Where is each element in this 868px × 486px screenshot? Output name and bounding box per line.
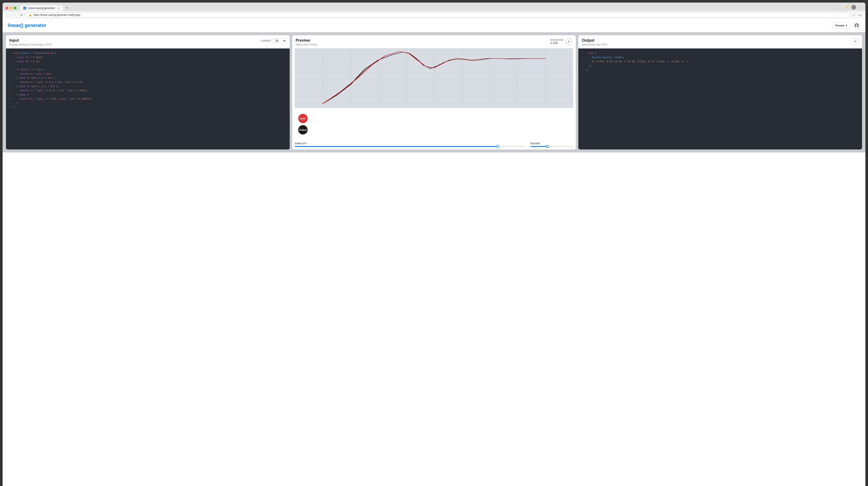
- address-bar[interactable]: 🔒 https://linear-easing-generator.netlif…: [26, 12, 850, 18]
- lock-icon: 🔒: [29, 14, 32, 17]
- round-fill: [530, 146, 548, 147]
- animation-preview: Input Output: [295, 110, 574, 138]
- presets-button[interactable]: Presets ▾: [832, 23, 850, 29]
- output-subtitle: Some shiny new CSS!: [582, 43, 607, 46]
- output-line-2: 2 --bounce-easing: linear(: [580, 55, 860, 60]
- copy-icon: ⧉: [854, 40, 856, 43]
- code-line-9: 9 } else if (pos < 2.5 / d1) {: [8, 84, 288, 89]
- round-group: ROUND: [530, 142, 573, 147]
- extensions-button[interactable]: ⚡: [844, 5, 850, 10]
- round-thumb[interactable]: [546, 145, 549, 148]
- main-layout: Input Provide easing as JavaScript or SV…: [3, 32, 865, 152]
- simplify-group: SIMPLIFY: [295, 142, 526, 147]
- title-bar: L Linear easing generator ✕ + ⚡ ⋮: [3, 3, 865, 11]
- menu-button[interactable]: ⋮: [857, 5, 863, 10]
- svg-rect-0: [295, 48, 574, 108]
- preview-header: Preview Here's how it looks: DURATION 1,…: [292, 35, 576, 48]
- copy-button[interactable]: ⧉: [852, 38, 859, 44]
- code-line-1: 1 self.bounce = function(pos) {: [8, 51, 288, 55]
- window-controls: [5, 7, 17, 9]
- output-line-4: 4 );: [580, 64, 860, 68]
- presets-label: Presets: [835, 24, 844, 27]
- output-line-5: 5 }: [580, 68, 860, 72]
- tab-close-button[interactable]: ✕: [57, 6, 60, 10]
- preview-subtitle: Here's how it looks:: [296, 43, 318, 46]
- duration-label: DURATION: [550, 39, 563, 41]
- code-line-4: 4: [8, 64, 288, 68]
- nav-actions: ☆ ▭: [851, 12, 863, 17]
- code-line-12: 12 return n1 * (pos -= 2.625 / d1) * pos…: [8, 97, 288, 101]
- profile-button[interactable]: [851, 5, 856, 10]
- simplify-track: [295, 146, 526, 147]
- round-label: ROUND: [530, 142, 573, 145]
- input-ball-label: Input: [300, 117, 306, 120]
- tab-title: Linear easing generator: [28, 7, 55, 10]
- input-panel-subtitle: Provide easing as JavaScript or SVG: [9, 43, 52, 46]
- code-line-5: 5 if (pos < 1 / d1) {: [8, 67, 288, 72]
- bookmark-button[interactable]: ☆: [851, 12, 856, 17]
- nav-bar: ← → ↻ 🔒 https://linear-easing-generator.…: [3, 11, 865, 19]
- code-line-3: 3 const d1 = 2.75;: [8, 59, 288, 64]
- close-button[interactable]: [5, 7, 8, 9]
- output-line-1: 1 :root {: [580, 51, 860, 55]
- easing-svg: [295, 48, 574, 108]
- new-tab-button[interactable]: +: [64, 5, 70, 11]
- tab-favicon: L: [23, 7, 26, 10]
- tab-bar: L Linear easing generator ✕ +: [20, 5, 842, 11]
- sliders-section: SIMPLIFY ROUND: [292, 140, 576, 149]
- code-line-7: 7 } else if (pos < 2 / d1) {: [8, 76, 288, 80]
- code-line-2: 2 const n1 = 7.5625;: [8, 55, 288, 60]
- input-panel-title: Input: [9, 38, 52, 43]
- format-label: FORMAT: [261, 39, 271, 42]
- preview-panel: Preview Here's how it looks: DURATION 1,…: [292, 35, 576, 149]
- github-button[interactable]: [853, 22, 860, 29]
- output-ball[interactable]: Output: [298, 125, 308, 134]
- github-icon: [855, 24, 859, 27]
- output-line-3: 3 0, 0.063, 0.25 18.2%, 1 36.4%, 0.813, …: [580, 59, 860, 64]
- back-button[interactable]: ←: [5, 12, 11, 17]
- site-logo: linear() generator: [8, 23, 46, 28]
- header-actions: Presets ▾: [832, 22, 860, 29]
- output-header: Output Some shiny new CSS! ⧉: [578, 35, 862, 49]
- code-line-14: 14 }: [8, 105, 288, 109]
- format-select[interactable]: JS SVG: [273, 38, 286, 43]
- url-text: https://linear-easing-generator.netlify.…: [33, 13, 81, 17]
- code-editor[interactable]: 1 self.bounce = function(pos) { 2 const …: [6, 49, 290, 149]
- simplify-fill: [295, 146, 498, 147]
- code-line-13: 13 }: [8, 101, 288, 105]
- round-track: [530, 146, 573, 147]
- simplify-label: SIMPLIFY: [295, 142, 526, 145]
- input-panel: Input Provide easing as JavaScript or SV…: [6, 35, 290, 149]
- maximize-button[interactable]: [14, 7, 17, 9]
- presets-chevron-icon: ▾: [846, 24, 847, 27]
- code-line-8: 8 return n1 * (pos -= 1.5 / d1) * pos + …: [8, 80, 288, 84]
- output-panel: Output Some shiny new CSS! ⧉ 1 :root { 2…: [578, 35, 862, 149]
- simplify-thumb[interactable]: [496, 145, 499, 148]
- play-pause-button[interactable]: ⏸: [565, 38, 572, 45]
- browser-window: L Linear easing generator ✕ + ⚡ ⋮ ← → ↻ …: [3, 3, 865, 486]
- code-line-6: 6 return n1 * pos * pos;: [8, 72, 288, 76]
- reload-button[interactable]: ↻: [19, 12, 24, 17]
- duration-section: DURATION 1,333 ⏸: [550, 38, 572, 45]
- forward-button[interactable]: →: [12, 12, 18, 17]
- easing-chart: [295, 48, 574, 108]
- input-panel-header: Input Provide easing as JavaScript or SV…: [6, 35, 290, 49]
- output-code: 1 :root { 2 --bounce-easing: linear( 3 0…: [578, 49, 862, 149]
- duration-value: 1,333: [550, 41, 563, 44]
- output-title: Output: [582, 38, 607, 43]
- minimize-button[interactable]: [10, 7, 12, 9]
- sidebar-toggle[interactable]: ▭: [858, 12, 863, 17]
- output-ball-label: Output: [299, 128, 307, 131]
- active-tab[interactable]: L Linear easing generator ✕: [20, 5, 63, 11]
- play-icon: ⏸: [568, 40, 570, 43]
- page-content: linear() generator Presets ▾ Inp: [3, 19, 865, 486]
- code-line-11: 11 } else {: [8, 93, 288, 97]
- input-ball[interactable]: Input: [298, 114, 308, 123]
- code-line-10: 10 return n1 * (pos -= 2.25 / d1) * pos …: [8, 88, 288, 93]
- page-header: linear() generator Presets ▾: [3, 19, 865, 32]
- format-section: FORMAT JS SVG: [261, 38, 286, 43]
- preview-title: Preview: [296, 38, 318, 43]
